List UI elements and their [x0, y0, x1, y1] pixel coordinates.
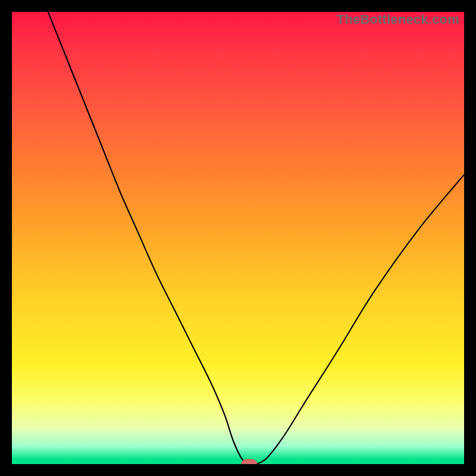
curve-svg: [12, 12, 464, 464]
bottleneck-curve-path: [48, 12, 464, 464]
chart-frame: TheBottleneck.com: [0, 0, 476, 476]
plot-area: TheBottleneck.com: [12, 12, 464, 464]
optimal-marker: [242, 459, 258, 464]
